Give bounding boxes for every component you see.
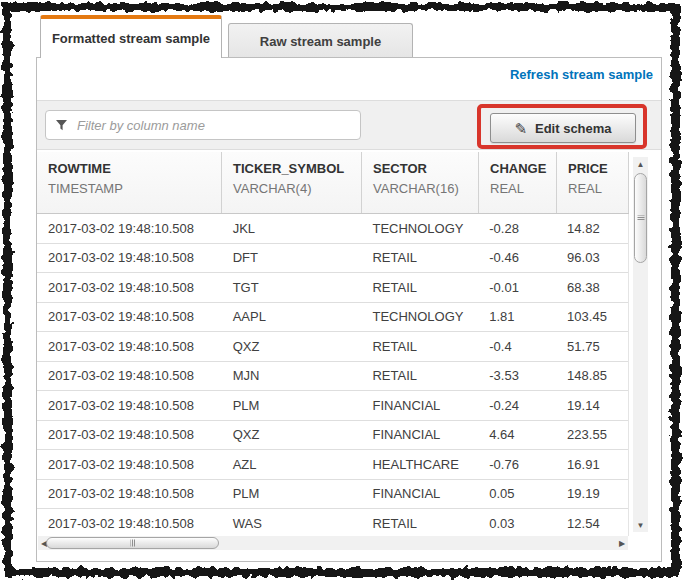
pencil-icon: ✎	[514, 121, 527, 136]
table-row: 2017-03-02 19:48:10.508PLMFINANCIAL-0.24…	[37, 391, 628, 421]
table-cell: 2017-03-02 19:48:10.508	[37, 250, 222, 265]
table-cell: RETAIL	[361, 516, 478, 531]
scrollbar-grip	[637, 216, 644, 221]
table-cell: -0.01	[478, 280, 556, 295]
table-cell: -0.76	[478, 457, 556, 472]
scroll-up-arrow-icon[interactable]: ▲	[633, 158, 648, 170]
table-cell: QXZ	[222, 339, 362, 354]
table-row: 2017-03-02 19:48:10.508AAPLTECHNOLOGY1.8…	[37, 303, 628, 333]
table-cell: 0.05	[478, 486, 556, 501]
table-cell: DFT	[222, 250, 362, 265]
table-cell: PLM	[222, 398, 362, 413]
scrollbar-grip	[130, 540, 135, 547]
table-toolbar: ✎ Edit schema	[37, 100, 661, 150]
table-cell: RETAIL	[361, 280, 478, 295]
table-cell: 16.91	[556, 457, 628, 472]
table-cell: 96.03	[556, 250, 628, 265]
table-cell: 2017-03-02 19:48:10.508	[37, 309, 222, 324]
table-cell: 4.64	[478, 427, 556, 442]
table-cell: 2017-03-02 19:48:10.508	[37, 339, 222, 354]
vertical-scrollbar[interactable]: ▲ ▼	[633, 157, 648, 532]
table-cell: FINANCIAL	[361, 427, 478, 442]
table-cell: 2017-03-02 19:48:10.508	[37, 221, 222, 236]
table-cell: MJN	[222, 368, 362, 383]
table-cell: 19.19	[556, 486, 628, 501]
table-cell: FINANCIAL	[361, 398, 478, 413]
column-header-ticker_symbol: TICKER_SYMBOLVARCHAR(4)	[222, 152, 362, 213]
table-row: 2017-03-02 19:48:10.508TGTRETAIL-0.0168.…	[37, 273, 628, 303]
table-cell: WAS	[222, 516, 362, 531]
table-body: 2017-03-02 19:48:10.508JKLTECHNOLOGY-0.2…	[37, 214, 629, 536]
table-cell: -0.4	[478, 339, 556, 354]
horizontal-scrollbar-thumb[interactable]	[46, 537, 219, 549]
table-cell: 19.14	[556, 398, 628, 413]
table-cell: TECHNOLOGY	[361, 309, 478, 324]
table-cell: 2017-03-02 19:48:10.508	[37, 280, 222, 295]
table-row: 2017-03-02 19:48:10.508DFTRETAIL-0.4696.…	[37, 244, 628, 274]
filter-funnel-icon	[56, 120, 67, 131]
table-cell: 2017-03-02 19:48:10.508	[37, 368, 222, 383]
table-cell: 148.85	[556, 368, 628, 383]
tab-label: Raw stream sample	[260, 34, 381, 49]
table-cell: 2017-03-02 19:48:10.508	[37, 398, 222, 413]
table-row: 2017-03-02 19:48:10.508WASRETAIL0.0312.5…	[37, 509, 628, 536]
table-cell: AAPL	[222, 309, 362, 324]
table-cell: 2017-03-02 19:48:10.508	[37, 457, 222, 472]
table-cell: QXZ	[222, 427, 362, 442]
table-cell: 51.75	[556, 339, 628, 354]
filter-input-box	[45, 110, 361, 140]
table-cell: 223.55	[556, 427, 628, 442]
table-row: 2017-03-02 19:48:10.508PLMFINANCIAL0.051…	[37, 480, 628, 510]
table-cell: 14.82	[556, 221, 628, 236]
table-cell: AZL	[222, 457, 362, 472]
table-cell: 68.38	[556, 280, 628, 295]
table-cell: -3.53	[478, 368, 556, 383]
table-cell: 1.81	[478, 309, 556, 324]
table-cell: -0.24	[478, 398, 556, 413]
table-cell: 2017-03-02 19:48:10.508	[37, 427, 222, 442]
table-row: 2017-03-02 19:48:10.508QXZFINANCIAL4.642…	[37, 421, 628, 451]
column-header-rowtime: ROWTIMETIMESTAMP	[37, 152, 222, 213]
horizontal-scrollbar[interactable]: ◀ ▶	[38, 536, 628, 550]
table-cell: PLM	[222, 486, 362, 501]
table-cell: RETAIL	[361, 250, 478, 265]
table-header-row: ROWTIMETIMESTAMPTICKER_SYMBOLVARCHAR(4)S…	[37, 152, 629, 214]
scroll-down-arrow-icon[interactable]: ▼	[633, 519, 648, 531]
table-cell: JKL	[222, 221, 362, 236]
table-cell: 12.54	[556, 516, 628, 531]
scroll-right-arrow-icon[interactable]: ▶	[616, 536, 628, 550]
table-cell: 103.45	[556, 309, 628, 324]
refresh-stream-sample-link[interactable]: Refresh stream sample	[510, 67, 653, 82]
table-cell: 0.03	[478, 516, 556, 531]
tab-raw-stream-sample[interactable]: Raw stream sample	[228, 23, 413, 58]
table-row: 2017-03-02 19:48:10.508AZLHEALTHCARE-0.7…	[37, 450, 628, 480]
table-row: 2017-03-02 19:48:10.508MJNRETAIL-3.53148…	[37, 362, 628, 392]
edit-schema-label: Edit schema	[535, 121, 612, 136]
table-cell: RETAIL	[361, 368, 478, 383]
vertical-scrollbar-thumb[interactable]	[634, 173, 647, 263]
table-row: 2017-03-02 19:48:10.508QXZRETAIL-0.451.7…	[37, 332, 628, 362]
tab-label: Formatted stream sample	[52, 31, 210, 46]
table-cell: 2017-03-02 19:48:10.508	[37, 486, 222, 501]
table-cell: RETAIL	[361, 339, 478, 354]
column-header-change: CHANGEREAL	[479, 152, 557, 213]
table-cell: TECHNOLOGY	[361, 221, 478, 236]
table-row: 2017-03-02 19:48:10.508JKLTECHNOLOGY-0.2…	[37, 214, 628, 244]
tab-formatted-stream-sample[interactable]: Formatted stream sample	[40, 15, 222, 58]
stream-sample-panel: Refresh stream sample ✎ Edit schema ROWT…	[36, 57, 662, 562]
screenshot-stage: Formatted stream sample Raw stream sampl…	[0, 0, 683, 580]
column-header-sector: SECTORVARCHAR(16)	[362, 152, 479, 213]
column-header-price: PRICEREAL	[557, 152, 629, 213]
edit-schema-button[interactable]: ✎ Edit schema	[490, 113, 636, 143]
table-cell: -0.28	[478, 221, 556, 236]
table-cell: 2017-03-02 19:48:10.508	[37, 516, 222, 531]
table-cell: TGT	[222, 280, 362, 295]
table-cell: -0.46	[478, 250, 556, 265]
table-cell: HEALTHCARE	[361, 457, 478, 472]
table-cell: FINANCIAL	[361, 486, 478, 501]
filter-by-column-input[interactable]	[75, 117, 350, 134]
